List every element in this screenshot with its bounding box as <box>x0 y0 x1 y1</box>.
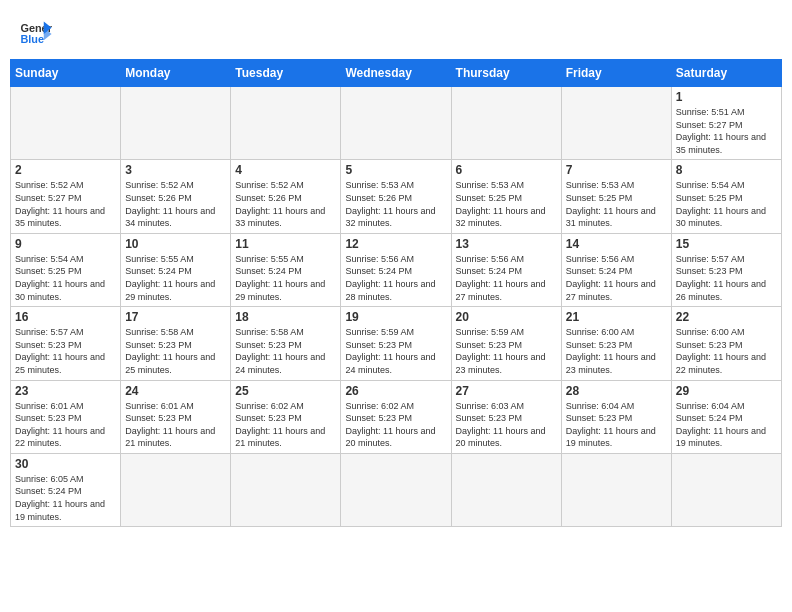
cell-info: Sunrise: 5:53 AM Sunset: 5:26 PM Dayligh… <box>345 179 446 229</box>
calendar-week-5: 23Sunrise: 6:01 AM Sunset: 5:23 PM Dayli… <box>11 380 782 453</box>
calendar-cell <box>11 87 121 160</box>
calendar-cell <box>451 87 561 160</box>
cell-info: Sunrise: 5:53 AM Sunset: 5:25 PM Dayligh… <box>566 179 667 229</box>
cell-info: Sunrise: 5:58 AM Sunset: 5:23 PM Dayligh… <box>125 326 226 376</box>
calendar-week-6: 30Sunrise: 6:05 AM Sunset: 5:24 PM Dayli… <box>11 453 782 526</box>
cell-info: Sunrise: 5:57 AM Sunset: 5:23 PM Dayligh… <box>676 253 777 303</box>
calendar-cell: 9Sunrise: 5:54 AM Sunset: 5:25 PM Daylig… <box>11 233 121 306</box>
day-header-tuesday: Tuesday <box>231 60 341 87</box>
calendar-cell: 17Sunrise: 5:58 AM Sunset: 5:23 PM Dayli… <box>121 307 231 380</box>
day-number: 7 <box>566 163 667 177</box>
cell-info: Sunrise: 5:52 AM Sunset: 5:27 PM Dayligh… <box>15 179 116 229</box>
day-number: 10 <box>125 237 226 251</box>
calendar-cell: 3Sunrise: 5:52 AM Sunset: 5:26 PM Daylig… <box>121 160 231 233</box>
cell-info: Sunrise: 5:55 AM Sunset: 5:24 PM Dayligh… <box>125 253 226 303</box>
logo: General Blue <box>20 20 52 48</box>
calendar-cell: 20Sunrise: 5:59 AM Sunset: 5:23 PM Dayli… <box>451 307 561 380</box>
cell-info: Sunrise: 5:54 AM Sunset: 5:25 PM Dayligh… <box>15 253 116 303</box>
cell-info: Sunrise: 6:05 AM Sunset: 5:24 PM Dayligh… <box>15 473 116 523</box>
calendar-cell <box>341 87 451 160</box>
cell-info: Sunrise: 5:52 AM Sunset: 5:26 PM Dayligh… <box>235 179 336 229</box>
cell-info: Sunrise: 5:56 AM Sunset: 5:24 PM Dayligh… <box>456 253 557 303</box>
calendar-cell <box>121 453 231 526</box>
cell-info: Sunrise: 5:56 AM Sunset: 5:24 PM Dayligh… <box>345 253 446 303</box>
cell-info: Sunrise: 6:00 AM Sunset: 5:23 PM Dayligh… <box>676 326 777 376</box>
page-header: General Blue <box>10 10 782 53</box>
calendar-cell <box>121 87 231 160</box>
day-number: 9 <box>15 237 116 251</box>
calendar-cell: 16Sunrise: 5:57 AM Sunset: 5:23 PM Dayli… <box>11 307 121 380</box>
cell-info: Sunrise: 5:59 AM Sunset: 5:23 PM Dayligh… <box>345 326 446 376</box>
day-number: 21 <box>566 310 667 324</box>
calendar-cell <box>561 87 671 160</box>
calendar-cell: 19Sunrise: 5:59 AM Sunset: 5:23 PM Dayli… <box>341 307 451 380</box>
calendar-cell: 12Sunrise: 5:56 AM Sunset: 5:24 PM Dayli… <box>341 233 451 306</box>
day-number: 16 <box>15 310 116 324</box>
day-number: 24 <box>125 384 226 398</box>
calendar-cell <box>671 453 781 526</box>
day-number: 12 <box>345 237 446 251</box>
cell-info: Sunrise: 6:01 AM Sunset: 5:23 PM Dayligh… <box>125 400 226 450</box>
svg-text:Blue: Blue <box>20 33 44 45</box>
calendar-cell: 29Sunrise: 6:04 AM Sunset: 5:24 PM Dayli… <box>671 380 781 453</box>
day-number: 4 <box>235 163 336 177</box>
calendar-cell: 30Sunrise: 6:05 AM Sunset: 5:24 PM Dayli… <box>11 453 121 526</box>
day-number: 13 <box>456 237 557 251</box>
calendar-cell: 6Sunrise: 5:53 AM Sunset: 5:25 PM Daylig… <box>451 160 561 233</box>
day-number: 8 <box>676 163 777 177</box>
cell-info: Sunrise: 5:53 AM Sunset: 5:25 PM Dayligh… <box>456 179 557 229</box>
calendar-cell: 13Sunrise: 5:56 AM Sunset: 5:24 PM Dayli… <box>451 233 561 306</box>
day-number: 20 <box>456 310 557 324</box>
cell-info: Sunrise: 6:02 AM Sunset: 5:23 PM Dayligh… <box>345 400 446 450</box>
calendar-cell: 10Sunrise: 5:55 AM Sunset: 5:24 PM Dayli… <box>121 233 231 306</box>
calendar-cell: 25Sunrise: 6:02 AM Sunset: 5:23 PM Dayli… <box>231 380 341 453</box>
day-number: 18 <box>235 310 336 324</box>
day-number: 6 <box>456 163 557 177</box>
calendar-cell: 1Sunrise: 5:51 AM Sunset: 5:27 PM Daylig… <box>671 87 781 160</box>
calendar-cell: 2Sunrise: 5:52 AM Sunset: 5:27 PM Daylig… <box>11 160 121 233</box>
day-header-sunday: Sunday <box>11 60 121 87</box>
day-number: 30 <box>15 457 116 471</box>
day-number: 23 <box>15 384 116 398</box>
cell-info: Sunrise: 5:58 AM Sunset: 5:23 PM Dayligh… <box>235 326 336 376</box>
calendar-cell <box>231 453 341 526</box>
calendar-header-row: SundayMondayTuesdayWednesdayThursdayFrid… <box>11 60 782 87</box>
day-number: 29 <box>676 384 777 398</box>
day-number: 2 <box>15 163 116 177</box>
cell-info: Sunrise: 5:59 AM Sunset: 5:23 PM Dayligh… <box>456 326 557 376</box>
day-header-monday: Monday <box>121 60 231 87</box>
calendar-cell: 7Sunrise: 5:53 AM Sunset: 5:25 PM Daylig… <box>561 160 671 233</box>
cell-info: Sunrise: 5:52 AM Sunset: 5:26 PM Dayligh… <box>125 179 226 229</box>
calendar-cell <box>231 87 341 160</box>
cell-info: Sunrise: 6:03 AM Sunset: 5:23 PM Dayligh… <box>456 400 557 450</box>
day-number: 26 <box>345 384 446 398</box>
calendar-cell: 14Sunrise: 5:56 AM Sunset: 5:24 PM Dayli… <box>561 233 671 306</box>
cell-info: Sunrise: 6:02 AM Sunset: 5:23 PM Dayligh… <box>235 400 336 450</box>
calendar-cell <box>451 453 561 526</box>
day-header-saturday: Saturday <box>671 60 781 87</box>
day-header-friday: Friday <box>561 60 671 87</box>
day-number: 5 <box>345 163 446 177</box>
day-number: 25 <box>235 384 336 398</box>
calendar-cell: 28Sunrise: 6:04 AM Sunset: 5:23 PM Dayli… <box>561 380 671 453</box>
calendar-table: SundayMondayTuesdayWednesdayThursdayFrid… <box>10 59 782 527</box>
calendar-week-3: 9Sunrise: 5:54 AM Sunset: 5:25 PM Daylig… <box>11 233 782 306</box>
day-number: 17 <box>125 310 226 324</box>
calendar-cell: 24Sunrise: 6:01 AM Sunset: 5:23 PM Dayli… <box>121 380 231 453</box>
day-header-wednesday: Wednesday <box>341 60 451 87</box>
day-number: 11 <box>235 237 336 251</box>
cell-info: Sunrise: 5:54 AM Sunset: 5:25 PM Dayligh… <box>676 179 777 229</box>
calendar-cell: 5Sunrise: 5:53 AM Sunset: 5:26 PM Daylig… <box>341 160 451 233</box>
calendar-cell <box>561 453 671 526</box>
calendar-week-2: 2Sunrise: 5:52 AM Sunset: 5:27 PM Daylig… <box>11 160 782 233</box>
cell-info: Sunrise: 6:04 AM Sunset: 5:24 PM Dayligh… <box>676 400 777 450</box>
day-number: 14 <box>566 237 667 251</box>
cell-info: Sunrise: 6:01 AM Sunset: 5:23 PM Dayligh… <box>15 400 116 450</box>
calendar-cell: 23Sunrise: 6:01 AM Sunset: 5:23 PM Dayli… <box>11 380 121 453</box>
calendar-cell: 18Sunrise: 5:58 AM Sunset: 5:23 PM Dayli… <box>231 307 341 380</box>
calendar-cell: 8Sunrise: 5:54 AM Sunset: 5:25 PM Daylig… <box>671 160 781 233</box>
day-number: 27 <box>456 384 557 398</box>
calendar-cell: 21Sunrise: 6:00 AM Sunset: 5:23 PM Dayli… <box>561 307 671 380</box>
day-header-thursday: Thursday <box>451 60 561 87</box>
calendar-cell: 27Sunrise: 6:03 AM Sunset: 5:23 PM Dayli… <box>451 380 561 453</box>
